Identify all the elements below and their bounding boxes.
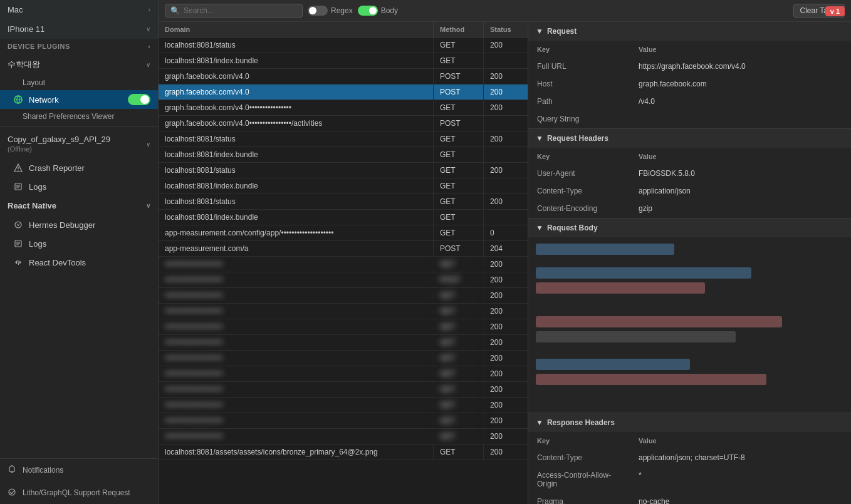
table-row[interactable]: ••••••••••••••••••••••GET200 xyxy=(159,319,528,335)
body-toggle[interactable] xyxy=(358,6,378,16)
table-row[interactable]: localhost:8081/index.bundleGET xyxy=(159,147,528,163)
network-toggle[interactable] xyxy=(128,94,150,105)
body-line-7 xyxy=(536,374,766,385)
table-row[interactable]: app-measurement.com/aPOST204 xyxy=(159,241,528,257)
sidebar-item-hermes[interactable]: Hermes Debugger xyxy=(0,215,158,234)
request-headers-section-header[interactable]: ▼ Request Headers xyxy=(528,129,851,148)
sidebar-item-shared-prefs[interactable]: Shared Preferences Viewer xyxy=(0,109,158,124)
group-math-label: 수학대왕 xyxy=(8,59,40,70)
table-row[interactable]: ••••••••••••••••••••••GET200 xyxy=(159,257,528,272)
search-box[interactable]: 🔍 xyxy=(165,4,303,18)
cell-method: POST xyxy=(434,69,484,84)
cell-domain: •••••••••••••••••••••• xyxy=(159,366,434,381)
body-line-2 xyxy=(536,267,751,279)
table-row[interactable]: localhost:8081/index.bundleGET xyxy=(159,210,528,225)
notifications-label: Notifications xyxy=(23,466,63,475)
table-row[interactable]: graph.facebook.com/v4.0••••••••••••••••G… xyxy=(159,100,528,116)
sidebar-iphone-label: IPhone 11 xyxy=(8,24,44,34)
sidebar-item-react-native[interactable]: React Native ∨ xyxy=(0,196,158,215)
sidebar-item-litho[interactable]: Litho/GraphQL Support Request xyxy=(0,481,158,504)
cell-method: GET xyxy=(434,413,484,428)
req-header-key: User-Agent xyxy=(530,165,630,182)
table-row[interactable]: ••••••••••••••••••••••GET200 xyxy=(159,382,528,398)
regex-toggle[interactable] xyxy=(308,6,328,16)
table-row[interactable]: ••••••••••••••••••••••GET200 xyxy=(159,304,528,319)
network-icon xyxy=(13,94,24,105)
table-row[interactable]: ••••••••••••••••••••••POST200 xyxy=(159,272,528,288)
cell-domain: •••••••••••••••••••••• xyxy=(159,272,434,287)
body-spacer-3 xyxy=(536,346,843,359)
cell-domain: •••••••••••••••••••••• xyxy=(159,304,434,319)
response-headers-table: Key Value Content-Typeapplication/json; … xyxy=(528,432,851,504)
cell-method: GET xyxy=(434,210,484,225)
table-row[interactable]: ••••••••••••••••••••••GET200 xyxy=(159,429,528,445)
sidebar-item-crash[interactable]: Crash Reporter xyxy=(0,158,158,177)
galaxy-chevron-icon: ∨ xyxy=(146,141,150,148)
table-row[interactable]: ••••••••••••••••••••••GET200 xyxy=(159,366,528,382)
table-row[interactable]: ••••••••••••••••••••••GET200 xyxy=(159,335,528,351)
iphone-chevron-icon: ∨ xyxy=(146,26,150,33)
cell-method: GET xyxy=(434,398,484,413)
table-row[interactable]: localhost:8081/statusGET200 xyxy=(159,194,528,210)
table-row[interactable]: ••••••••••••••••••••••GET200 xyxy=(159,351,528,366)
cell-domain: localhost:8081/index.bundle xyxy=(159,53,434,68)
table-row[interactable]: app-measurement.com/config/app/•••••••••… xyxy=(159,225,528,241)
body-line-4 xyxy=(536,316,782,327)
logs-1-label: Logs xyxy=(29,182,46,192)
table-row[interactable]: ••••••••••••••••••••••GET200 xyxy=(159,398,528,413)
request-field-row: Path/v4.0 xyxy=(530,93,850,110)
cell-method: GET xyxy=(434,382,484,397)
table-row[interactable]: localhost:8081/index.bundleGET xyxy=(159,53,528,69)
table-row[interactable]: ••••••••••••••••••••••GET200 xyxy=(159,413,528,429)
cell-status: 200 xyxy=(484,445,528,460)
table-row[interactable]: localhost:8081/statusGET200 xyxy=(159,38,528,53)
device-plugins-label: DEVICE PLUGINS xyxy=(8,43,70,50)
cell-method: POST xyxy=(434,272,484,287)
table-row[interactable]: localhost:8081/assets/assets/icons/bronz… xyxy=(159,445,528,460)
sidebar-item-logs-1[interactable]: Logs xyxy=(0,177,158,196)
cell-domain: •••••••••••••••••••••• xyxy=(159,351,434,366)
sidebar-item-iphone[interactable]: IPhone 11 ∨ xyxy=(0,19,158,39)
table-row[interactable]: localhost:8081/index.bundleGET xyxy=(159,178,528,194)
sidebar: Mac › IPhone 11 ∨ DEVICE PLUGINS › 수학대왕 … xyxy=(0,0,159,504)
table-row[interactable]: ••••••••••••••••••••••GET200 xyxy=(159,288,528,304)
cell-status: 200 xyxy=(484,398,528,413)
device-plugins-header[interactable]: DEVICE PLUGINS › xyxy=(0,39,158,54)
cell-method: GET xyxy=(434,147,484,162)
sidebar-item-layout[interactable]: Layout xyxy=(0,75,158,90)
body-line-6 xyxy=(536,359,690,370)
cell-method: GET xyxy=(434,304,484,319)
request-body-section-header[interactable]: ▼ Request Body xyxy=(528,219,851,237)
request-body-section: ▼ Request Body xyxy=(528,219,851,413)
sidebar-item-logs-2[interactable]: Logs xyxy=(0,234,158,253)
shared-prefs-label: Shared Preferences Viewer xyxy=(23,112,115,121)
request-field-value: /v4.0 xyxy=(631,93,850,110)
table-row[interactable]: localhost:8081/statusGET200 xyxy=(159,163,528,178)
cell-domain: graph.facebook.com/v4.0•••••••••••••••• xyxy=(159,100,434,115)
request-body-area xyxy=(528,237,851,413)
svg-point-18 xyxy=(9,489,15,495)
cell-status: 200 xyxy=(484,194,528,209)
table-row[interactable]: graph.facebook.com/v4.0POST200 xyxy=(159,85,528,100)
cell-domain: localhost:8081/index.bundle xyxy=(159,147,434,162)
table-row[interactable]: localhost:8081/statusGET200 xyxy=(159,131,528,147)
sidebar-item-devtools[interactable]: React DevTools xyxy=(0,253,158,272)
sidebar-item-network[interactable]: Network xyxy=(0,90,158,109)
request-section-header[interactable]: ▼ Request xyxy=(528,22,851,41)
response-header-row: Access-Control-Allow-Origin* xyxy=(530,467,850,492)
table-row[interactable]: graph.facebook.com/v4.0POST200 xyxy=(159,69,528,85)
sidebar-item-mac[interactable]: Mac › xyxy=(0,0,158,19)
request-headers-section: ▼ Request Headers Key Value User-AgentFB… xyxy=(528,129,851,219)
sidebar-item-galaxy[interactable]: Copy_of_galaxy_s9_API_29 (Offline) ∨ xyxy=(0,130,158,158)
sidebar-group-math[interactable]: 수학대왕 ∨ xyxy=(0,54,158,75)
svg-marker-13 xyxy=(15,260,17,264)
search-input[interactable] xyxy=(184,6,297,15)
response-header-row: Pragmano-cache xyxy=(530,493,850,504)
response-headers-section-header[interactable]: ▼ Response Headers xyxy=(528,413,851,432)
cell-method: POST xyxy=(434,241,484,256)
group-math-chevron-icon: ∨ xyxy=(146,61,150,68)
sidebar-item-notifications[interactable]: Notifications xyxy=(0,459,158,481)
cell-domain: graph.facebook.com/v4.0 xyxy=(159,69,434,84)
hermes-label: Hermes Debugger xyxy=(29,220,95,230)
table-row[interactable]: graph.facebook.com/v4.0••••••••••••••••/… xyxy=(159,116,528,131)
